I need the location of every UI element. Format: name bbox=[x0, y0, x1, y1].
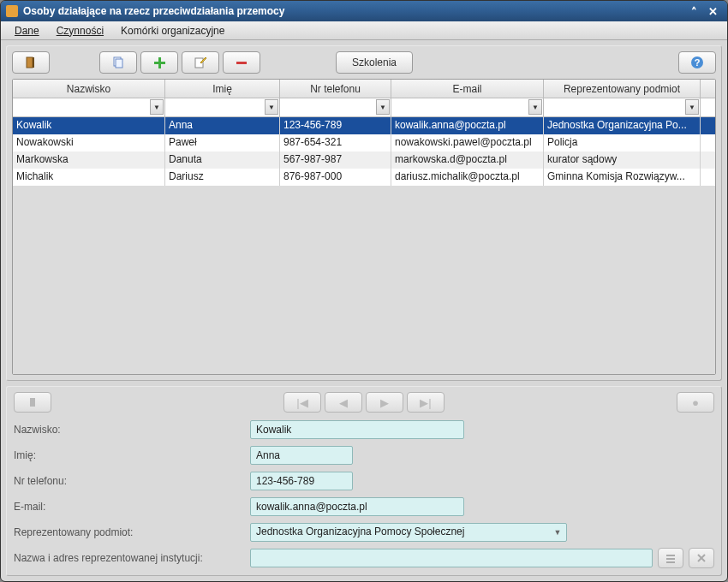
filter-podmiot[interactable]: ▼ bbox=[544, 98, 701, 116]
copy-icon bbox=[111, 56, 125, 69]
svg-text:?: ? bbox=[695, 57, 701, 68]
table-row[interactable]: Nowakowski Paweł 987-654-321 nowakowski.… bbox=[13, 134, 715, 151]
cell: nowakowski.pawel@poczta.pl bbox=[391, 134, 544, 151]
close-button[interactable]: ✕ bbox=[703, 5, 722, 18]
form-row-nazwisko: Nazwisko: bbox=[14, 419, 714, 440]
delete-button[interactable] bbox=[223, 51, 260, 74]
szkolenia-label: Szkolenia bbox=[352, 56, 397, 68]
th-imie[interactable]: Imię bbox=[165, 80, 280, 98]
detail-panel: |◀ ◀ ▶ ▶| ● Nazwisko: Imię: Nr telefonu: bbox=[6, 386, 722, 576]
institution-pick-button[interactable] bbox=[658, 548, 683, 568]
institution-clear-button[interactable] bbox=[689, 548, 714, 568]
th-nazwisko[interactable]: Nazwisko bbox=[13, 80, 165, 98]
svg-rect-5 bbox=[154, 62, 165, 64]
help-icon: ? bbox=[690, 56, 704, 69]
table-header: Nazwisko Imię Nr telefonu E-mail Repreze… bbox=[13, 80, 715, 98]
minimize-button[interactable]: ˄ bbox=[684, 5, 703, 18]
cell: Nowakowski bbox=[13, 134, 165, 151]
edit-button[interactable] bbox=[182, 51, 219, 74]
cell: Michalik bbox=[13, 169, 165, 186]
door-icon bbox=[24, 56, 38, 69]
x-icon bbox=[695, 552, 707, 564]
table-row[interactable]: Markowska Danuta 567-987-987 markowska.d… bbox=[13, 151, 715, 169]
app-icon bbox=[6, 5, 18, 17]
filter-telefon[interactable]: ▼ bbox=[280, 98, 391, 116]
add-button[interactable] bbox=[140, 51, 178, 74]
select-podmiot-value: Jednostka Organizacyjna Pomocy Społeczne… bbox=[256, 526, 464, 537]
menu-dane[interactable]: Dane bbox=[6, 23, 48, 39]
bookmark-icon bbox=[27, 396, 39, 408]
cell: Anna bbox=[165, 117, 280, 134]
chevron-down-icon[interactable]: ▼ bbox=[265, 99, 278, 115]
last-record-button[interactable]: ▶| bbox=[407, 392, 445, 413]
window-title: Osoby działające na rzecz przeciwdziałan… bbox=[23, 5, 684, 17]
svg-rect-14 bbox=[666, 561, 675, 563]
table-body: Kowalik Anna 123-456-789 kowalik.anna@po… bbox=[13, 117, 715, 374]
label-telefon: Nr telefonu: bbox=[14, 475, 245, 487]
chevron-down-icon[interactable]: ▼ bbox=[685, 99, 699, 115]
svg-rect-12 bbox=[666, 555, 675, 556]
nav-center: |◀ ◀ ▶ ▶| bbox=[55, 392, 673, 413]
cell: Kowalik bbox=[13, 117, 165, 134]
list-icon bbox=[665, 552, 677, 564]
input-instytucja[interactable] bbox=[250, 549, 653, 567]
input-nazwisko[interactable] bbox=[250, 420, 464, 439]
cell: markowska.d@poczta.pl bbox=[391, 151, 544, 169]
top-panel: Szkolenia ? Nazwisko Imię Nr telefonu E-… bbox=[6, 45, 722, 381]
minus-icon bbox=[235, 56, 248, 69]
record-nav: |◀ ◀ ▶ ▶| ● bbox=[14, 392, 714, 413]
table-row[interactable]: Kowalik Anna 123-456-789 kowalik.anna@po… bbox=[13, 117, 715, 134]
input-imie[interactable] bbox=[250, 446, 353, 465]
pencil-icon bbox=[194, 56, 207, 69]
filter-nazwisko[interactable]: ▼ bbox=[13, 98, 165, 116]
exit-button[interactable] bbox=[12, 51, 50, 74]
prev-record-button[interactable]: ◀ bbox=[325, 392, 362, 413]
toolbar: Szkolenia ? bbox=[12, 51, 716, 74]
titlebar: Osoby działające na rzecz przeciwdziałan… bbox=[1, 1, 727, 21]
menu-komorki[interactable]: Komórki organizacyjne bbox=[112, 23, 233, 39]
cell: dariusz.michalik@poczta.pl bbox=[391, 169, 544, 186]
input-telefon[interactable] bbox=[250, 472, 353, 490]
th-email[interactable]: E-mail bbox=[391, 80, 544, 98]
next-record-button[interactable]: ▶ bbox=[366, 392, 403, 413]
form-row-telefon: Nr telefonu: bbox=[14, 471, 714, 491]
filter-imie[interactable]: ▼ bbox=[165, 98, 280, 116]
table-row[interactable]: Michalik Dariusz 876-987-000 dariusz.mic… bbox=[13, 169, 715, 186]
cell: Paweł bbox=[165, 134, 280, 151]
szkolenia-button[interactable]: Szkolenia bbox=[336, 51, 413, 74]
svg-rect-1 bbox=[33, 57, 34, 68]
help-button[interactable]: ? bbox=[678, 51, 716, 74]
bookmark-button[interactable] bbox=[14, 392, 51, 413]
chevron-down-icon[interactable]: ▼ bbox=[528, 99, 542, 115]
cell: 987-654-321 bbox=[280, 134, 391, 151]
cell: 567-987-987 bbox=[280, 151, 391, 169]
chevron-down-icon: ▼ bbox=[551, 526, 564, 539]
label-podmiot: Reprezentowany podmiot: bbox=[14, 526, 245, 538]
svg-rect-0 bbox=[27, 57, 33, 68]
input-email[interactable] bbox=[250, 497, 464, 516]
cell: Jednostka Organizacyjna Po... bbox=[544, 117, 701, 134]
cell: Gminna Komisja Rozwiązyw... bbox=[544, 169, 701, 186]
copy-button[interactable] bbox=[99, 51, 137, 74]
plus-icon bbox=[152, 56, 166, 69]
svg-rect-3 bbox=[116, 59, 122, 68]
th-telefon[interactable]: Nr telefonu bbox=[280, 80, 391, 98]
label-nazwisko: Nazwisko: bbox=[14, 424, 245, 436]
client-area: Szkolenia ? Nazwisko Imię Nr telefonu E-… bbox=[1, 40, 727, 581]
filter-email[interactable]: ▼ bbox=[391, 98, 544, 116]
th-podmiot[interactable]: Reprezentowany podmiot bbox=[544, 80, 701, 98]
menubar: Dane Czynności Komórki organizacyjne bbox=[1, 21, 727, 40]
info-button[interactable]: ● bbox=[677, 392, 714, 413]
select-podmiot[interactable]: Jednostka Organizacyjna Pomocy Społeczne… bbox=[250, 523, 567, 542]
chevron-down-icon[interactable]: ▼ bbox=[376, 99, 390, 115]
filter-row: ▼ ▼ ▼ ▼ ▼ bbox=[13, 98, 715, 117]
first-record-button[interactable]: |◀ bbox=[283, 392, 321, 413]
svg-rect-13 bbox=[666, 558, 675, 560]
form-row-email: E-mail: bbox=[14, 496, 714, 517]
cell: 123-456-789 bbox=[280, 117, 391, 134]
chevron-down-icon[interactable]: ▼ bbox=[150, 99, 164, 115]
cell: Dariusz bbox=[165, 169, 280, 186]
cell: kowalik.anna@poczta.pl bbox=[391, 117, 544, 134]
menu-czynnosci[interactable]: Czynności bbox=[48, 23, 112, 39]
svg-rect-11 bbox=[30, 398, 35, 407]
